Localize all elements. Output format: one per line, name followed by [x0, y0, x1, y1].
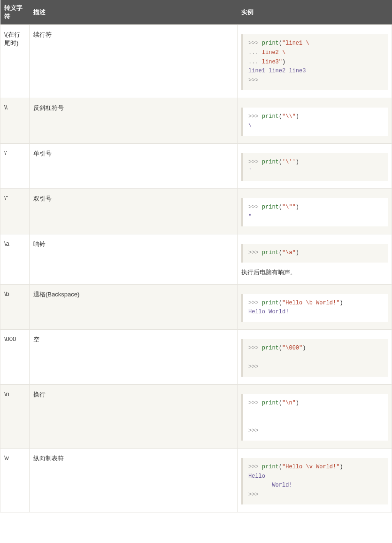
cell-escape: \': [0, 143, 30, 189]
cell-example: >>> print("Hello \b World!") Hello World…: [238, 284, 392, 330]
example-note: 执行后电脑有响声。: [241, 268, 388, 277]
cell-escape: \": [0, 189, 30, 234]
code-block: >>> print("Hello \v World!") Hello World…: [241, 458, 388, 504]
cell-desc: 双引号: [30, 189, 238, 234]
header-desc: 描述: [30, 0, 238, 25]
code-block: >>> print('\'') ': [241, 153, 388, 181]
table-row: \000空>>> print("\000") >>>: [0, 330, 392, 384]
table-header-row: 转义字符 描述 实例: [0, 0, 392, 25]
cell-desc: 空: [30, 330, 238, 384]
code-block: >>> print("line1 \ ... line2 \ ... line3…: [241, 34, 388, 90]
table-row: \(在行尾时)续行符>>> print("line1 \ ... line2 \…: [0, 25, 392, 98]
cell-example: >>> print("\\") \: [238, 98, 392, 143]
code-block: >>> print("Hello \b World!") Hello World…: [241, 294, 388, 322]
table-row: \a响铃>>> print("\a")执行后电脑有响声。: [0, 234, 392, 284]
table-row: \v纵向制表符>>> print("Hello \v World!") Hell…: [0, 448, 392, 512]
cell-escape: \b: [0, 284, 30, 330]
cell-escape: \a: [0, 234, 30, 284]
table-row: \b退格(Backspace)>>> print("Hello \b World…: [0, 284, 392, 330]
table-row: \'单引号>>> print('\'') ': [0, 143, 392, 189]
header-example: 实例: [238, 0, 392, 25]
cell-example: >>> print("\"") ": [238, 189, 392, 234]
code-block: >>> print("\\") \: [241, 108, 388, 136]
cell-desc: 续行符: [30, 25, 238, 98]
cell-desc: 纵向制表符: [30, 448, 238, 512]
code-block: >>> print("\"") ": [241, 198, 388, 226]
header-escape: 转义字符: [0, 0, 30, 25]
code-block: >>> print("\000") >>>: [241, 339, 388, 376]
code-block: >>> print("\a"): [241, 244, 388, 263]
cell-escape: \(在行尾时): [0, 25, 30, 98]
escape-char-table: 转义字符 描述 实例 \(在行尾时)续行符>>> print("line1 \ …: [0, 0, 392, 512]
cell-example: >>> print("\a")执行后电脑有响声。: [238, 234, 392, 284]
table-row: \"双引号>>> print("\"") ": [0, 189, 392, 234]
cell-escape: \n: [0, 384, 30, 448]
cell-escape: \000: [0, 330, 30, 384]
cell-desc: 换行: [30, 384, 238, 448]
cell-example: >>> print("\n") >>>: [238, 384, 392, 448]
cell-example: >>> print("\000") >>>: [238, 330, 392, 384]
cell-example: >>> print("Hello \v World!") Hello World…: [238, 448, 392, 512]
cell-escape: \v: [0, 448, 30, 512]
cell-desc: 响铃: [30, 234, 238, 284]
cell-desc: 单引号: [30, 143, 238, 189]
cell-escape: \\: [0, 98, 30, 143]
cell-example: >>> print("line1 \ ... line2 \ ... line3…: [238, 25, 392, 98]
table-row: \\反斜杠符号>>> print("\\") \: [0, 98, 392, 143]
table-row: \n换行>>> print("\n") >>>: [0, 384, 392, 448]
cell-desc: 退格(Backspace): [30, 284, 238, 330]
code-block: >>> print("\n") >>>: [241, 394, 388, 441]
cell-desc: 反斜杠符号: [30, 98, 238, 143]
cell-example: >>> print('\'') ': [238, 143, 392, 189]
